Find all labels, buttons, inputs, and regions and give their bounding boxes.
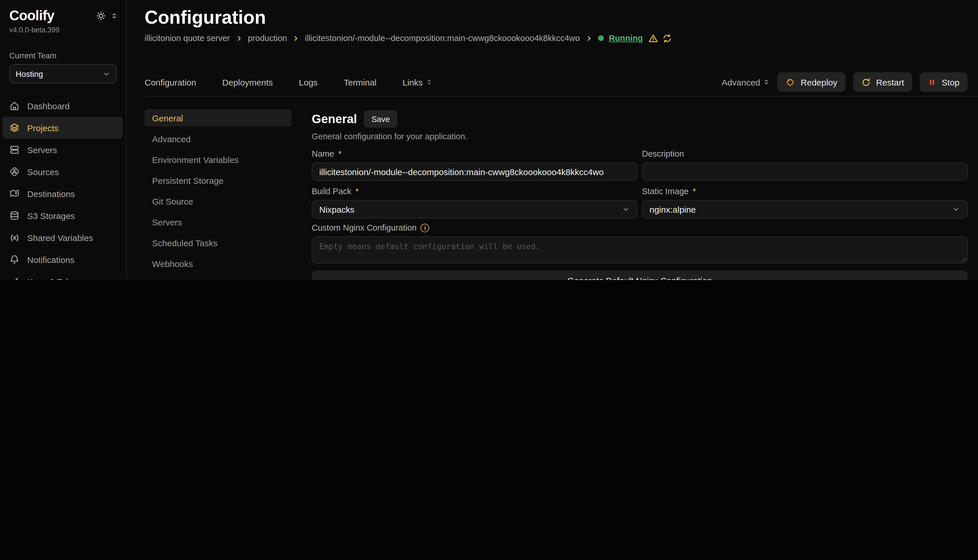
static-image-field: Static Image* nginx:alpine — [642, 187, 968, 218]
sidebar-item-dashboard[interactable]: Dashboard — [2, 95, 123, 117]
name-label: Name — [312, 149, 334, 158]
restart-button[interactable]: Restart — [853, 72, 912, 92]
team-select-value: Hosting — [16, 69, 43, 78]
theme-sun-icon[interactable] — [96, 11, 106, 20]
team-select[interactable]: Hosting — [9, 64, 117, 83]
required-mark: * — [355, 187, 359, 196]
main-area: Configuration illicitonion quote server … — [127, 0, 978, 280]
build-pack-select[interactable]: Nixpacks — [312, 200, 637, 218]
sidebar-item-label: Sources — [27, 167, 59, 177]
chevron-right-icon — [235, 34, 242, 42]
stop-button[interactable]: Stop — [919, 72, 968, 92]
static-image-label: Static Image — [642, 187, 689, 196]
sidebar: Coolify v4.0.0-beta.399 Current Team Hos… — [0, 0, 127, 280]
tab-configuration[interactable]: Configuration — [145, 77, 196, 87]
subnav-item-scheduled-tasks[interactable]: Scheduled Tasks — [145, 234, 291, 252]
sidebar-item-servers[interactable]: Servers — [2, 139, 123, 161]
status-dot — [598, 35, 604, 41]
subnav-item-persistent-storage[interactable]: Persistent Storage — [145, 172, 291, 189]
theme-switcher-chevrons-icon[interactable] — [110, 12, 118, 19]
custom-nginx-field: Custom Nginx Configurationi — [312, 223, 968, 263]
stop-pause-icon — [928, 78, 936, 87]
chevron-down-icon — [102, 70, 110, 78]
sidebar-item-keys-tokens[interactable]: Keys & Tokens — [2, 270, 123, 280]
tab-deployments[interactable]: Deployments — [222, 77, 273, 87]
chevron-right-icon — [292, 34, 299, 42]
refresh-icon[interactable] — [662, 33, 672, 43]
build-pack-label: Build Pack — [312, 187, 351, 196]
save-button[interactable]: Save — [364, 110, 397, 128]
sidebar-item-label: Servers — [27, 145, 57, 155]
server-icon — [9, 145, 20, 155]
custom-nginx-label: Custom Nginx Configuration — [312, 223, 417, 232]
sidebar-item-label: S3 Storages — [27, 211, 75, 220]
warning-triangle-icon[interactable] — [648, 33, 658, 43]
info-icon[interactable]: i — [421, 223, 430, 232]
breadcrumb-project[interactable]: illicitonion quote server — [145, 33, 230, 43]
current-team-label: Current Team — [9, 52, 117, 60]
sidebar-item-shared-variables[interactable]: (x) Shared Variables — [2, 227, 123, 248]
description-label: Description — [642, 149, 684, 158]
name-field: Name* — [312, 149, 637, 181]
tab-bar: Configuration Deployments Logs Terminal … — [145, 77, 433, 87]
sidebar-nav: Dashboard Projects Servers Sources Desti… — [0, 95, 126, 280]
map-icon — [9, 188, 20, 199]
app-version: v4.0.0-beta.399 — [0, 24, 126, 34]
tab-links[interactable]: Links — [403, 77, 433, 87]
section-title: General — [312, 112, 357, 127]
key-icon — [9, 276, 20, 280]
layers-icon — [9, 123, 20, 133]
subnav-item-servers[interactable]: Servers — [145, 213, 291, 231]
chevrons-up-down-icon — [426, 78, 433, 85]
required-mark: * — [338, 149, 341, 158]
git-source-icon — [9, 167, 20, 177]
subnav-item-preview-deployments[interactable]: Preview Deployments — [145, 276, 291, 280]
tab-terminal[interactable]: Terminal — [344, 77, 376, 87]
breadcrumb: illicitonion quote server production ill… — [145, 32, 968, 44]
sidebar-item-label: Shared Variables — [27, 233, 93, 242]
shared-variables-icon: (x) — [9, 232, 20, 243]
subnav-item-git-source[interactable]: Git Source — [145, 192, 291, 210]
chevron-right-icon — [585, 34, 592, 42]
description-input[interactable] — [642, 162, 968, 181]
subnav-item-general[interactable]: General — [145, 109, 291, 127]
database-icon — [9, 210, 20, 221]
sidebar-item-destinations[interactable]: Destinations — [2, 183, 123, 205]
sidebar-item-label: Destinations — [27, 189, 75, 198]
sidebar-item-projects[interactable]: Projects — [2, 117, 123, 139]
build-pack-field: Build Pack* Nixpacks — [312, 187, 637, 218]
redeploy-icon — [786, 77, 796, 87]
sidebar-item-label: Keys & Tokens — [27, 277, 84, 280]
tab-logs[interactable]: Logs — [299, 77, 318, 87]
breadcrumb-environment[interactable]: production — [248, 33, 287, 43]
advanced-dropdown[interactable]: Advanced — [722, 77, 770, 87]
chevron-down-icon — [622, 205, 630, 213]
status-link[interactable]: Running — [609, 33, 643, 43]
chevrons-up-down-icon — [763, 78, 770, 85]
subnav-item-webhooks[interactable]: Webhooks — [145, 255, 291, 272]
breadcrumb-application[interactable]: illicitestonion/-module--decomposition:m… — [305, 33, 580, 43]
custom-nginx-textarea[interactable] — [312, 237, 968, 263]
chevron-down-icon — [952, 205, 960, 213]
description-field: Description — [642, 149, 968, 181]
restart-icon — [861, 77, 871, 87]
sidebar-item-s3-storages[interactable]: S3 Storages — [2, 205, 123, 227]
name-input[interactable] — [312, 162, 637, 181]
toolbar: Configuration Deployments Logs Terminal … — [145, 68, 978, 97]
redeploy-button[interactable]: Redeploy — [777, 72, 846, 92]
sidebar-item-label: Projects — [27, 123, 59, 133]
section-subtitle: General configuration for your applicati… — [312, 132, 968, 141]
static-image-select[interactable]: nginx:alpine — [642, 200, 968, 218]
app-logo: Coolify — [9, 7, 54, 24]
sidebar-item-label: Notifications — [27, 255, 74, 264]
sidebar-item-label: Dashboard — [27, 101, 70, 111]
subnav-item-advanced[interactable]: Advanced — [145, 130, 291, 147]
subnav-item-environment-variables[interactable]: Environment Variables — [145, 151, 291, 168]
bell-icon — [9, 254, 20, 265]
config-subnav: General Advanced Environment Variables P… — [145, 109, 291, 280]
app-window: Coolify v4.0.0-beta.399 Current Team Hos… — [0, 0, 978, 280]
sidebar-item-notifications[interactable]: Notifications — [2, 248, 123, 270]
required-mark: * — [692, 187, 696, 196]
sidebar-item-sources[interactable]: Sources — [2, 161, 123, 183]
generate-nginx-button[interactable]: Generate Default Nginx Configuration — [312, 270, 968, 280]
